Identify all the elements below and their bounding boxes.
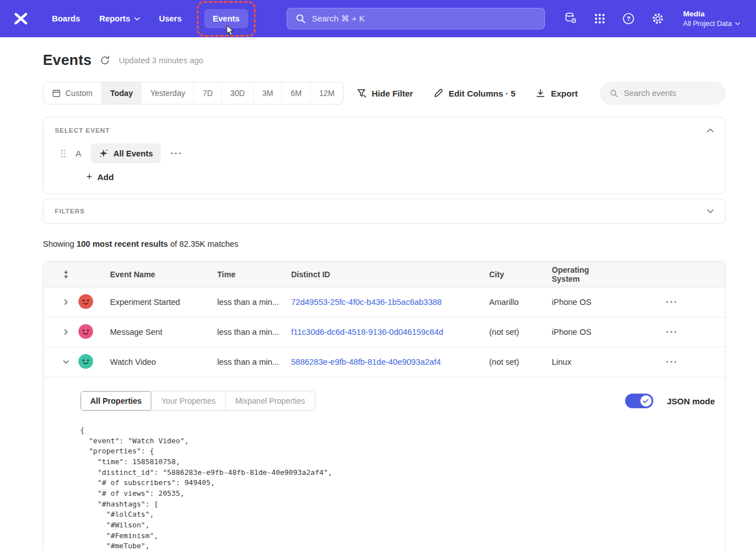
json-mode-toggle[interactable] (625, 394, 653, 408)
cell-os: Linux (552, 357, 619, 366)
chevron-right-icon (63, 299, 69, 305)
add-event-button[interactable]: + Add (86, 172, 114, 182)
calendar-icon (52, 89, 61, 98)
cell-city: (not set) (489, 328, 552, 337)
date-3m-button[interactable]: 3M (253, 82, 282, 104)
avatar (78, 324, 110, 341)
last-updated-text: Updated 3 minutes ago (118, 56, 203, 65)
row-expand-button[interactable] (54, 299, 78, 305)
date-today-button[interactable]: Today (101, 82, 141, 104)
cell-time: less than a min... (217, 357, 291, 366)
date-7d-button[interactable]: 7D (194, 82, 221, 104)
properties-tabs: All Properties Your Properties Mixpanel … (80, 391, 315, 411)
settings-button[interactable] (652, 12, 664, 25)
results-summary: Showing 100 most recent results of 82.35… (43, 239, 726, 248)
cell-event-name: Watch Video (110, 357, 217, 366)
cell-time: less than a min... (217, 298, 291, 307)
chevron-down-icon (134, 17, 140, 21)
data-management-button[interactable] (564, 12, 577, 25)
distinct-id-link[interactable]: 5886283e-e9fb-48fb-81de-40e9093a2af4 (291, 357, 441, 366)
chevron-down-icon[interactable] (707, 209, 714, 213)
select-event-header[interactable]: SELECT EVENT (55, 127, 714, 134)
row-menu-button[interactable]: ··· (666, 356, 678, 368)
avatar (78, 294, 110, 311)
search-events-box (600, 82, 726, 104)
json-mode-label: JSON mode (667, 396, 715, 406)
avatar (78, 354, 110, 370)
filters-card[interactable]: FILTERS (43, 199, 726, 224)
col-city: City (489, 270, 552, 279)
date-yesterday-button[interactable]: Yesterday (141, 82, 194, 104)
cursor-icon (226, 25, 235, 38)
global-search[interactable]: Search ⌘ + K (287, 8, 545, 29)
help-button[interactable]: ? (622, 12, 635, 25)
global-search-placeholder: Search ⌘ + K (312, 14, 365, 24)
event-selector-chip[interactable]: All Events (91, 143, 161, 163)
date-range-group: Custom Today Yesterday 7D 30D 3M 6M 12M (43, 82, 344, 104)
select-event-card: SELECT EVENT A All Events ··· + (43, 117, 726, 194)
drag-handle-icon[interactable] (60, 149, 66, 158)
events-table: Event Name Time Distinct ID City Operati… (43, 261, 726, 550)
chevron-right-icon (63, 329, 69, 335)
search-icon (610, 89, 618, 98)
tab-mixpanel-properties[interactable]: Mixpanel Properties (225, 391, 315, 411)
event-sparkle-icon (99, 149, 108, 158)
refresh-icon (100, 55, 110, 66)
col-time: Time (217, 270, 291, 279)
distinct-id-link[interactable]: f11c30d6-dc6d-4518-9136-0d046159c84d (291, 328, 443, 337)
navbar-right: ? Media All Project Data (564, 9, 740, 28)
mixpanel-logo[interactable] (14, 12, 28, 25)
plus-icon: + (86, 172, 93, 182)
toolbar: Custom Today Yesterday 7D 30D 3M 6M 12M … (43, 82, 726, 104)
nav-reports[interactable]: Reports (99, 14, 140, 23)
date-6m-button[interactable]: 6M (282, 82, 310, 104)
cell-event-name: Message Sent (110, 328, 217, 337)
help-icon: ? (622, 12, 635, 25)
search-icon (296, 14, 306, 24)
date-custom-button[interactable]: Custom (43, 82, 101, 104)
page-title: Events (43, 51, 91, 69)
nav-boards[interactable]: Boards (52, 14, 80, 23)
tab-all-properties[interactable]: All Properties (81, 391, 151, 411)
project-switcher[interactable]: Media All Project Data (683, 9, 740, 28)
row-menu-button[interactable]: ··· (666, 296, 678, 308)
selected-event-name: All Events (113, 149, 153, 158)
table-row-expanded: Watch Video less than a min... 5886283e-… (43, 347, 725, 377)
col-event-name: Event Name (110, 270, 217, 279)
collapse-all-button[interactable] (54, 270, 78, 279)
cell-city: (not set) (489, 357, 552, 366)
top-navbar: Boards Reports Users Events Search ⌘ + K (0, 0, 756, 37)
project-scope: All Project Data (683, 19, 732, 28)
cell-time: less than a min... (217, 328, 291, 337)
refresh-button[interactable] (100, 55, 110, 66)
collapse-all-icon (62, 270, 70, 279)
event-options-button[interactable]: ··· (170, 148, 182, 159)
date-12m-button[interactable]: 12M (310, 82, 343, 104)
filter-icon (357, 88, 367, 98)
toggle-knob (640, 395, 652, 407)
row-collapse-button[interactable] (54, 359, 78, 365)
filters-title: FILTERS (55, 208, 85, 215)
chevron-down-icon (63, 359, 69, 365)
row-expand-button[interactable] (54, 329, 78, 335)
table-row: Experiment Started less than a min... 72… (43, 287, 725, 317)
edit-columns-button[interactable]: Edit Columns · 5 (433, 88, 515, 98)
cell-event-name: Experiment Started (110, 298, 217, 307)
search-events-input[interactable] (624, 89, 716, 98)
event-json-view: { "event": "Watch Video", "properties": … (80, 425, 715, 550)
row-menu-button[interactable]: ··· (666, 326, 678, 338)
event-position-label: A (76, 149, 81, 158)
distinct-id-link[interactable]: 72d49553-25fc-4f0c-b436-1b5ac6ab3388 (291, 298, 442, 307)
svg-text:?: ? (626, 15, 630, 22)
date-30d-button[interactable]: 30D (221, 82, 253, 104)
col-os: Operating System (552, 265, 619, 283)
nav-events[interactable]: Events (204, 9, 248, 28)
hide-filter-button[interactable]: Hide Filter (357, 88, 413, 98)
export-button[interactable]: Export (535, 88, 578, 98)
tab-your-properties[interactable]: Your Properties (151, 391, 225, 411)
chevron-up-icon[interactable] (707, 128, 714, 133)
apps-menu-button[interactable] (594, 13, 605, 24)
data-icon (564, 12, 577, 25)
table-header-row: Event Name Time Distinct ID City Operati… (43, 261, 725, 287)
nav-users[interactable]: Users (159, 14, 182, 23)
